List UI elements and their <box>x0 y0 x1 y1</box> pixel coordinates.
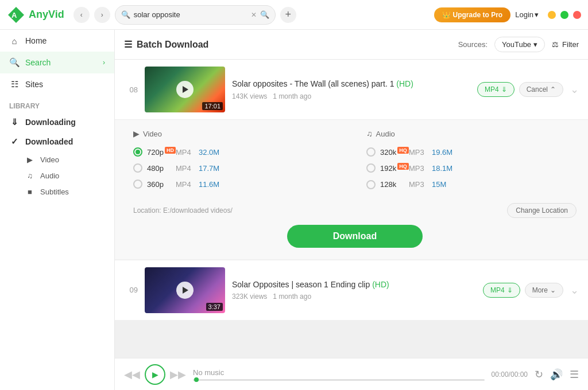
batch-icon: ☰ <box>124 39 132 50</box>
window-controls <box>548 11 581 19</box>
expand-icon[interactable]: ⌄ <box>570 284 579 297</box>
format-button[interactable]: MP4 ⇓ <box>477 82 514 97</box>
search-mag-icon: 🔍 <box>121 10 130 19</box>
chevron-down-icon: ⌄ <box>550 286 556 294</box>
radio-360p[interactable] <box>133 180 142 189</box>
progress-bar[interactable] <box>193 379 485 381</box>
item-number: 08 <box>124 85 138 94</box>
radio-480p[interactable] <box>133 163 142 173</box>
video-thumbnail[interactable]: 3:37 <box>145 267 225 313</box>
file-size: 17.7M <box>199 164 227 173</box>
repeat-button[interactable]: ↻ <box>535 368 543 381</box>
download-button[interactable]: Download <box>287 225 423 248</box>
progress-dot <box>194 377 199 382</box>
home-icon: ⌂ <box>9 36 20 46</box>
download-arrow-icon: ⇓ <box>501 85 507 93</box>
result-info: Solar Opposites | season 1 Ending clip (… <box>232 279 476 301</box>
resolution-label: 480p <box>147 164 176 173</box>
duration-badge: 3:37 <box>206 303 223 311</box>
cancel-button[interactable]: Cancel ⌃ <box>519 82 563 97</box>
format-panel: ▶ Video 720pHD MP4 32.0M 4 <box>115 119 588 259</box>
file-size: 32.0M <box>199 148 227 157</box>
format-type: MP3 <box>409 180 432 189</box>
sidebar-item-search[interactable]: 🔍 Search › <box>0 52 114 73</box>
maximize-button[interactable] <box>560 11 568 19</box>
file-size: 15M <box>432 180 461 189</box>
library-header: Library <box>0 95 114 112</box>
search-icon[interactable]: 🔍 <box>260 10 269 19</box>
titlebar: A AnyVid ‹ › 🔍 ✕ 🔍 + 👑 Upgrade to Pro Lo… <box>0 0 588 30</box>
sidebar-item-downloaded[interactable]: ✓ Downloaded <box>0 132 114 151</box>
topbar: ☰ Batch Download Sources: YouTube ▾ ⚖ Fi… <box>115 30 588 60</box>
previous-button[interactable]: ◀◀ <box>124 366 140 383</box>
music-info: No music <box>193 368 485 381</box>
login-button[interactable]: Login ▾ <box>515 10 539 19</box>
play-overlay[interactable] <box>176 282 194 299</box>
result-item: 08 17:01 Solar opposites - The Wall (all… <box>115 60 588 259</box>
download-arrow-icon: ⇓ <box>507 286 513 294</box>
volume-button[interactable]: 🔊 <box>550 368 563 381</box>
next-button[interactable]: ▶▶ <box>170 366 186 383</box>
sidebar-item-video[interactable]: ▶ Video <box>0 151 114 167</box>
format-button[interactable]: MP4 ⇓ <box>483 283 520 298</box>
audio-col-header: ♫ Audio <box>366 129 577 138</box>
resolution-label: 360p <box>147 180 176 189</box>
resolution-label: 720pHD <box>147 147 176 157</box>
file-size: 11.6M <box>199 180 227 189</box>
hd-label: (HD) <box>372 280 389 289</box>
radio-320k[interactable] <box>366 147 376 157</box>
radio-720p[interactable] <box>133 147 142 157</box>
source-dropdown[interactable]: YouTube ▾ <box>494 37 545 52</box>
sidebar-item-downloading[interactable]: ⇓ Downloading <box>0 112 114 132</box>
duration-badge: 17:01 <box>202 102 223 110</box>
more-button[interactable]: More ⌄ <box>525 283 563 298</box>
sites-icon: ☷ <box>9 79 20 89</box>
file-size: 18.1M <box>432 164 461 173</box>
player-bar: ◀◀ ▶ ▶▶ No music 00:00/00:00 ↻ 🔊 ☰ <box>115 358 588 390</box>
result-title: Solar opposites - The Wall (all scenes) … <box>232 79 470 90</box>
results-scroll-area[interactable]: 08 17:01 Solar opposites - The Wall (all… <box>115 60 588 358</box>
radio-128k[interactable] <box>366 180 376 189</box>
sidebar-item-audio[interactable]: ♫ Audio <box>0 167 114 184</box>
play-icon <box>183 287 188 294</box>
radio-192k[interactable] <box>366 163 376 173</box>
location-path: Location: E:/downloaded videos/ <box>133 206 233 214</box>
location-row: Location: E:/downloaded videos/ Change L… <box>133 198 577 218</box>
chevron-down-icon: ▾ <box>535 10 539 19</box>
audio-icon: ♫ <box>25 171 34 180</box>
change-location-button[interactable]: Change Location <box>507 203 577 218</box>
player-controls: ◀◀ ▶ ▶▶ <box>124 364 186 385</box>
minimize-button[interactable] <box>548 11 556 19</box>
format-type: MP4 <box>176 164 199 173</box>
format-row: 320kHQ MP3 19.6M <box>366 144 577 160</box>
upgrade-button[interactable]: 👑 Upgrade to Pro <box>434 7 511 22</box>
result-info: Solar opposites - The Wall (all scenes) … <box>232 79 470 100</box>
filter-button[interactable]: ⚖ Filter <box>552 40 579 49</box>
video-format-icon: ▶ <box>133 129 140 138</box>
sources-label: Sources: <box>458 40 488 49</box>
collapse-icon[interactable]: ⌄ <box>570 83 579 96</box>
add-tab-button[interactable]: + <box>280 7 296 23</box>
result-meta: 323K views 1 month ago <box>232 292 476 301</box>
downloaded-icon: ✓ <box>9 136 20 147</box>
sidebar-item-home[interactable]: ⌂ Home <box>0 30 114 52</box>
back-button[interactable]: ‹ <box>74 7 90 23</box>
queue-button[interactable]: ☰ <box>570 368 579 381</box>
logo-icon: A <box>7 6 25 24</box>
chevron-up-icon: ⌃ <box>550 85 556 93</box>
search-sidebar-icon: 🔍 <box>9 57 20 68</box>
format-type: MP3 <box>409 164 432 173</box>
search-input[interactable] <box>134 10 247 19</box>
player-right-controls: ↻ 🔊 ☰ <box>535 368 579 381</box>
video-thumbnail[interactable]: 17:01 <box>145 67 225 112</box>
app-logo: A AnyVid <box>7 6 64 24</box>
sidebar-item-subtitles[interactable]: ■ Subtitles <box>0 184 114 200</box>
clear-search-icon[interactable]: ✕ <box>251 11 257 19</box>
play-pause-button[interactable]: ▶ <box>145 364 165 385</box>
forward-button[interactable]: › <box>94 7 110 23</box>
url-search-bar: 🔍 ✕ 🔍 <box>115 5 276 25</box>
app-name: AnyVid <box>29 9 64 21</box>
sidebar-item-sites[interactable]: ☷ Sites <box>0 73 114 95</box>
close-button[interactable] <box>573 11 581 19</box>
play-overlay[interactable] <box>176 81 194 98</box>
